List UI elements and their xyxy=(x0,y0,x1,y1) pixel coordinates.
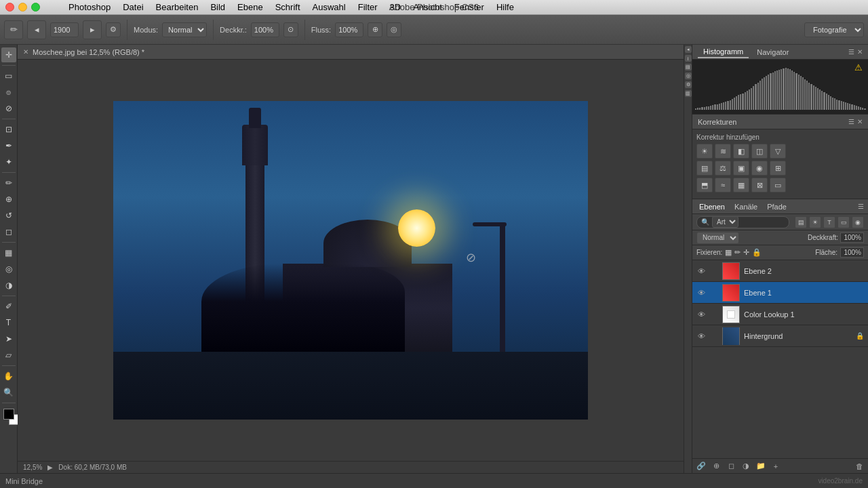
menu-ebene[interactable]: Ebene xyxy=(232,1,269,14)
layer-visibility-icon[interactable]: 👁 xyxy=(696,266,706,276)
korr-gradient-btn[interactable]: ▦ xyxy=(733,178,749,192)
tab-histogramm[interactable]: Histogramm xyxy=(698,46,749,58)
korr-lookup-btn[interactable]: ▭ xyxy=(770,178,786,192)
tablet-pressure-btn[interactable]: ◎ xyxy=(387,22,401,37)
healing-tool[interactable]: ✦ xyxy=(1,155,16,169)
korr-hsl-btn[interactable]: ▤ xyxy=(696,161,713,176)
korr-brightness-btn[interactable]: ☀ xyxy=(696,144,713,159)
maximize-button[interactable] xyxy=(31,3,40,12)
brush-tool-left[interactable]: ✏ xyxy=(1,176,16,190)
filter-text-btn[interactable]: T xyxy=(823,216,835,228)
korr-vibrance-btn[interactable]: ▽ xyxy=(770,144,786,159)
filter-adj-btn[interactable]: ☀ xyxy=(809,216,821,228)
text-tool[interactable]: T xyxy=(1,315,16,330)
menu-hilfe[interactable]: Hilfe xyxy=(491,1,519,14)
layer-mask-btn[interactable]: ◻ xyxy=(725,460,737,472)
ebenen-filter-select[interactable]: Art xyxy=(712,216,738,228)
blend-mode-select[interactable]: Normal xyxy=(696,232,739,244)
panel-hist-btn[interactable]: ▤ xyxy=(685,64,692,70)
panel-adj-btn[interactable]: ⚙ xyxy=(685,81,692,88)
layer-style-btn[interactable]: ⊕ xyxy=(710,460,722,472)
fix-transparency-icon[interactable]: ▦ xyxy=(725,248,732,257)
menu-auswahl[interactable]: Auswahl xyxy=(307,1,351,14)
filter-shape-btn[interactable]: ▭ xyxy=(837,216,850,228)
korr-photo-btn[interactable]: ◉ xyxy=(751,161,768,176)
crop-tool[interactable]: ⊡ xyxy=(1,122,16,137)
history-brush-tool[interactable]: ↺ xyxy=(1,208,16,223)
foreground-color[interactable] xyxy=(3,409,14,420)
korr-posterize-btn[interactable]: ⬒ xyxy=(696,178,713,192)
hand-tool[interactable]: ✋ xyxy=(1,369,16,384)
blur-tool[interactable]: ◎ xyxy=(1,262,16,277)
panel-layers-btn[interactable]: ▥ xyxy=(685,90,692,97)
layer-row[interactable]: 👁 Ebene 1 xyxy=(692,282,868,304)
status-arrow[interactable]: ▶ xyxy=(47,464,53,471)
panel-expand-btn[interactable]: ◂ xyxy=(685,46,692,53)
move-tool[interactable]: ✛ xyxy=(1,47,16,62)
shape-tool[interactable]: ▱ xyxy=(1,348,16,363)
menu-filter[interactable]: Filter xyxy=(353,1,383,14)
korrekturen-close-btn[interactable]: ✕ xyxy=(857,118,863,125)
flache-input[interactable]: 100% xyxy=(840,247,864,258)
ebenen-options-btn[interactable]: ☰ xyxy=(858,203,864,210)
menu-schrift[interactable]: Schrift xyxy=(270,1,306,14)
layer-row[interactable]: 👁 Ebene 2 xyxy=(692,260,868,282)
korr-colbal-btn[interactable]: ⚖ xyxy=(715,161,731,176)
layer-visibility-icon[interactable]: 👁 xyxy=(696,331,706,341)
layer-row[interactable]: 👁 Color Lookup 1 xyxy=(692,304,868,325)
gradient-tool[interactable]: ▦ xyxy=(1,245,16,260)
brush-size-decrease[interactable]: ◂ xyxy=(27,20,46,39)
brush-size-input[interactable]: 1900 xyxy=(51,26,78,34)
fix-all-icon[interactable]: 🔒 xyxy=(752,248,762,257)
eraser-tool[interactable]: ◻ xyxy=(1,224,16,239)
korr-threshold-btn[interactable]: ≈ xyxy=(715,178,731,192)
canvas-viewport[interactable]: ⊘ xyxy=(18,60,684,461)
panel-nav-btn[interactable]: ◎ xyxy=(685,73,692,79)
fluss-input[interactable]: 100% xyxy=(336,26,363,34)
lasso-tool[interactable]: ⌾ xyxy=(1,85,16,100)
deckraft-input[interactable]: 100% xyxy=(252,26,279,34)
menu-bearbeiten[interactable]: Bearbeiten xyxy=(151,1,204,14)
korr-exposure-btn[interactable]: ◫ xyxy=(751,144,768,159)
dodge-tool[interactable]: ◑ xyxy=(1,278,16,293)
workspace-select[interactable]: Fotografie xyxy=(804,22,864,37)
path-select-tool[interactable]: ➤ xyxy=(1,331,16,346)
group-layers-btn[interactable]: 📁 xyxy=(755,460,767,472)
korrekturen-options-btn[interactable]: ☰ xyxy=(848,118,854,125)
zoom-tool[interactable]: 🔍 xyxy=(1,385,16,400)
marquee-tool[interactable]: ▭ xyxy=(1,68,16,83)
filter-pixel-btn[interactable]: ▤ xyxy=(795,216,807,228)
korr-mixer-btn[interactable]: ⊞ xyxy=(770,161,786,176)
minimize-button[interactable] xyxy=(18,3,27,12)
korr-curves-btn[interactable]: ◧ xyxy=(733,144,749,159)
brush-size-increase[interactable]: ▸ xyxy=(83,20,102,39)
tab-kanaele[interactable]: Kanäle xyxy=(732,201,760,212)
clone-tool[interactable]: ⊕ xyxy=(1,192,16,207)
layer-row[interactable]: 👁 Hintergrund 🔒 xyxy=(692,325,868,347)
tab-navigator[interactable]: Navigator xyxy=(751,47,794,58)
link-layers-btn[interactable]: 🔗 xyxy=(695,460,707,472)
modus-select[interactable]: Normal xyxy=(162,22,207,37)
layer-visibility-icon[interactable]: 👁 xyxy=(696,310,706,319)
brush-tool[interactable]: ✏ xyxy=(4,20,23,39)
opacity-input[interactable]: 100% xyxy=(840,232,864,243)
tab-close-icon[interactable]: ✕ xyxy=(23,48,28,56)
canvas-image[interactable]: ⊘ xyxy=(113,101,588,420)
quick-select-tool[interactable]: ⊘ xyxy=(1,101,16,116)
tab-pfade[interactable]: Pfade xyxy=(764,201,789,212)
fluss-btn[interactable]: ⊕ xyxy=(368,22,382,37)
new-layer-btn[interactable]: + xyxy=(770,460,782,472)
delete-layer-btn[interactable]: 🗑 xyxy=(853,460,865,472)
fix-paint-icon[interactable]: ✏ xyxy=(734,248,741,257)
pen-tool[interactable]: ✐ xyxy=(1,299,16,314)
layer-visibility-icon[interactable]: 👁 xyxy=(696,288,706,298)
korr-selective-btn[interactable]: ⊠ xyxy=(751,178,768,192)
fix-position-icon[interactable]: ✛ xyxy=(743,248,749,257)
menu-bild[interactable]: Bild xyxy=(205,1,231,14)
menu-datei[interactable]: Datei xyxy=(117,1,149,14)
eyedropper-tool[interactable]: ✒ xyxy=(1,138,16,153)
histogram-options-btn[interactable]: ☰ xyxy=(848,48,854,56)
adjustment-layer-btn[interactable]: ◑ xyxy=(740,460,752,472)
color-picker[interactable] xyxy=(3,409,14,420)
korr-levels-btn[interactable]: ≋ xyxy=(715,144,731,159)
